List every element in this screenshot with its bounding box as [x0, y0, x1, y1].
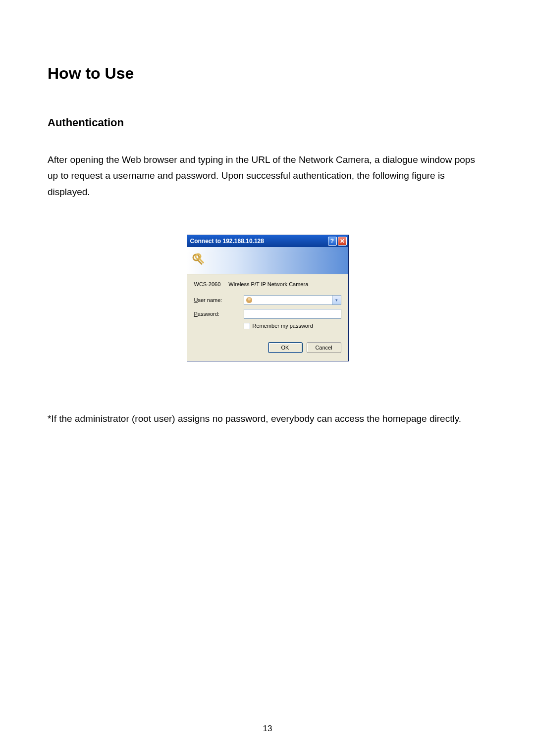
- cancel-button[interactable]: Cancel: [307, 342, 341, 353]
- page-number: 13: [0, 724, 535, 734]
- dialog-body: WCS-2060 Wireless P/T IP Network Camera …: [187, 274, 348, 361]
- note-paragraph: *If the administrator (root user) assign…: [48, 411, 487, 427]
- intro-paragraph: After opening the Web browser and typing…: [48, 152, 487, 200]
- password-input[interactable]: [244, 309, 341, 319]
- username-dropdown-button[interactable]: ▾: [332, 295, 341, 305]
- chevron-down-icon: ▾: [335, 298, 338, 302]
- dialog-titlebar: Connect to 192.168.10.128 ? ✕: [187, 235, 348, 247]
- auth-dialog: Connect to 192.168.10.128 ? ✕: [187, 235, 349, 361]
- dialog-title: Connect to 192.168.10.128: [190, 238, 264, 245]
- help-button[interactable]: ?: [328, 237, 337, 246]
- user-icon: [246, 297, 252, 303]
- realm-id: WCS-2060: [194, 281, 221, 287]
- keys-icon: [191, 252, 207, 268]
- ok-button[interactable]: OK: [268, 342, 303, 353]
- username-input[interactable]: ▾: [244, 295, 341, 305]
- username-label: User name:: [194, 297, 244, 303]
- close-icon: ✕: [340, 238, 345, 245]
- realm-description: Wireless P/T IP Network Camera: [228, 281, 308, 287]
- close-button[interactable]: ✕: [338, 237, 347, 246]
- page-title-h1: How to Use: [48, 64, 487, 83]
- password-label: Password:: [194, 311, 244, 317]
- help-icon: ?: [330, 238, 334, 245]
- section-title-h2: Authentication: [48, 116, 487, 129]
- remember-label: Remember my password: [253, 323, 313, 329]
- remember-checkbox[interactable]: [244, 323, 250, 329]
- dialog-banner: [187, 247, 348, 274]
